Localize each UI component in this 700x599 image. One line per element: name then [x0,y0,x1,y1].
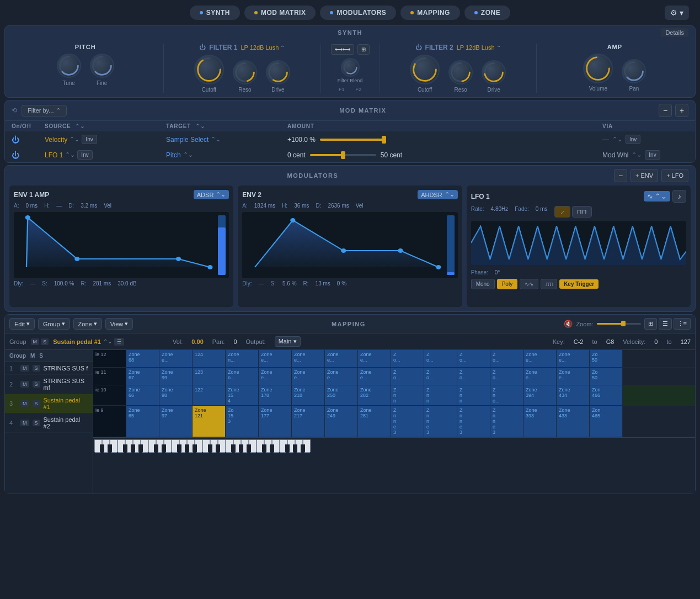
tab-mod-matrix[interactable]: MOD MATRIX [244,6,316,20]
zone-cell[interactable]: Zone65 [126,406,159,437]
zone-cell[interactable]: Zone217 [292,406,325,437]
group3-s-btn[interactable]: S [33,400,40,407]
lfo1-wave1-btn[interactable]: ∿∿ [520,279,538,289]
lfo1-wave-ramp[interactable]: ⟋ [554,206,570,218]
zone-cell[interactable]: Zonee... [159,350,193,367]
tab-zone[interactable]: ZONE [464,6,510,20]
row1-power-btn[interactable]: ⏻ [12,135,19,144]
group-btn[interactable]: Group ▾ [38,318,70,330]
zone-cell[interactable]: Zone178 [259,385,292,405]
zone-cell[interactable]: Zonee... [325,368,358,385]
zone-cell[interactable]: Zo... [490,368,523,385]
filter1-power-icon[interactable]: ⏻ [199,44,206,51]
filter-blend-btn2[interactable]: ⊞ [357,44,370,55]
tab-modulators[interactable]: MODULATORS [320,6,396,20]
zone-cell[interactable]: Zo... [424,350,457,367]
zone-cell[interactable]: Zne... [490,385,523,405]
tune-knob[interactable] [57,54,81,78]
zone-cell[interactable]: Zone281 [358,406,391,437]
lfo1-poly-btn[interactable]: Poly [497,279,517,289]
zone-cell[interactable]: Zone433 [557,406,590,437]
piano-key-black[interactable] [270,444,274,453]
zone-cell[interactable]: Zonee... [292,350,325,367]
zone-cell[interactable]: Znne3 [391,406,424,437]
filter-blend-btn1[interactable]: ⟷⟷ [331,44,354,55]
zone-cell[interactable]: Zonee... [557,350,590,367]
zone-cell[interactable]: Zone394 [523,385,557,405]
zone-cell[interactable]: Zo... [391,350,424,367]
mod-matrix-minus-btn[interactable]: − [659,104,672,117]
edit-btn[interactable]: Edit ▾ [9,318,35,330]
piano-key-black[interactable] [123,444,127,453]
piano-key-black[interactable] [185,444,189,453]
zone-cell[interactable]: 123 [193,368,226,385]
piano-key-black[interactable] [177,444,181,453]
zone-cell[interactable]: Zone98 [159,385,193,405]
add-env-btn[interactable]: + ENV [630,169,658,182]
zone-cell[interactable]: Zo... [424,368,457,385]
zone-cell[interactable]: ie 12 [93,350,126,367]
group3-m-btn[interactable]: M [20,400,29,407]
row2-power-btn[interactable]: ⏻ [12,151,19,160]
zone-cell[interactable]: Znne3 [424,406,457,437]
zone-cell[interactable]: Zonen... [226,350,259,367]
zone-cell[interactable]: Zonee... [325,350,358,367]
list-item[interactable]: 1 M S STRINGS SUS f [5,362,93,375]
add-lfo-btn[interactable]: + LFO [661,169,688,182]
row1-inv1-btn[interactable]: Inv [82,135,97,144]
piano-key-black[interactable] [216,444,220,453]
detail-view-btn[interactable]: ⋮≡ [674,318,691,330]
env2-type-select[interactable]: AHDSR ⌃⌄ [418,190,458,199]
piano-key-black[interactable] [154,444,158,453]
zone-cell[interactable]: Zone249 [325,406,358,437]
group2-s-btn[interactable]: S [33,381,40,388]
zone-cell[interactable]: Zo... [457,368,490,385]
piano-keyboard[interactable] [93,437,695,453]
piano-key-black[interactable] [262,444,266,453]
f2-drive-knob[interactable] [482,60,506,84]
pan-knob[interactable] [622,59,646,83]
piano-key-black[interactable] [138,444,143,453]
group2-m-btn[interactable]: M [20,381,29,388]
zone-cell[interactable]: Znn [457,385,490,405]
piano-key-black[interactable] [108,444,112,453]
group4-s-btn[interactable]: S [33,420,40,426]
mod-matrix-plus-btn[interactable]: + [675,104,688,117]
zone-cell[interactable]: Zonee... [292,368,325,385]
row2-inv2-btn[interactable]: Inv [645,150,660,160]
lfo1-note-btn[interactable]: ♪ [672,190,686,203]
group-menu-btn[interactable]: ☰ [114,338,124,346]
piano-key-black[interactable] [162,444,166,453]
f2-reso-knob[interactable] [448,60,473,84]
zone-cell[interactable]: Zo... [391,368,424,385]
zone-cell[interactable]: Zone218 [292,385,325,405]
zone-cell[interactable]: 122 [193,385,226,405]
gear-button[interactable]: ⚙ ▾ [665,6,689,20]
lfo1-mono-btn[interactable]: Mono [471,279,495,289]
zone-cell[interactable]: Zone66 [126,385,159,405]
env2-display[interactable] [242,212,457,278]
zone-cell[interactable]: Znne3 [490,406,523,437]
row1-amount-slider[interactable] [320,139,386,141]
zone-cell[interactable]: ie 11 [93,368,126,385]
zone-cell[interactable]: Zone434 [557,385,590,405]
zone-cell[interactable]: 124 [193,350,226,367]
piano-key-black[interactable] [193,444,197,453]
filter-blend-knob[interactable] [341,58,360,77]
piano-key-black[interactable] [100,444,104,453]
zone-cell[interactable]: Zone121 [193,406,226,437]
group-m-btn[interactable]: M [31,338,40,345]
piano-key-black[interactable] [247,444,251,453]
piano-key-black[interactable] [131,444,135,453]
zone-cell[interactable]: Zonee... [358,368,391,385]
output-select[interactable]: Main ▾ [275,336,301,347]
group-name-select[interactable]: Sustain pedal #1 [53,338,101,345]
lfo1-wave-square[interactable]: ⊓⊓ [572,206,592,218]
zone-cell[interactable]: ie 9 [93,406,126,437]
zone-btn[interactable]: Zone ▾ [73,318,102,330]
f1-cutoff-knob[interactable] [194,55,224,84]
list-view-btn[interactable]: ☰ [659,318,672,330]
zone-cell[interactable]: Zon466 [590,385,623,405]
piano-key-black[interactable] [208,444,212,453]
piano-key-black[interactable] [285,444,290,453]
